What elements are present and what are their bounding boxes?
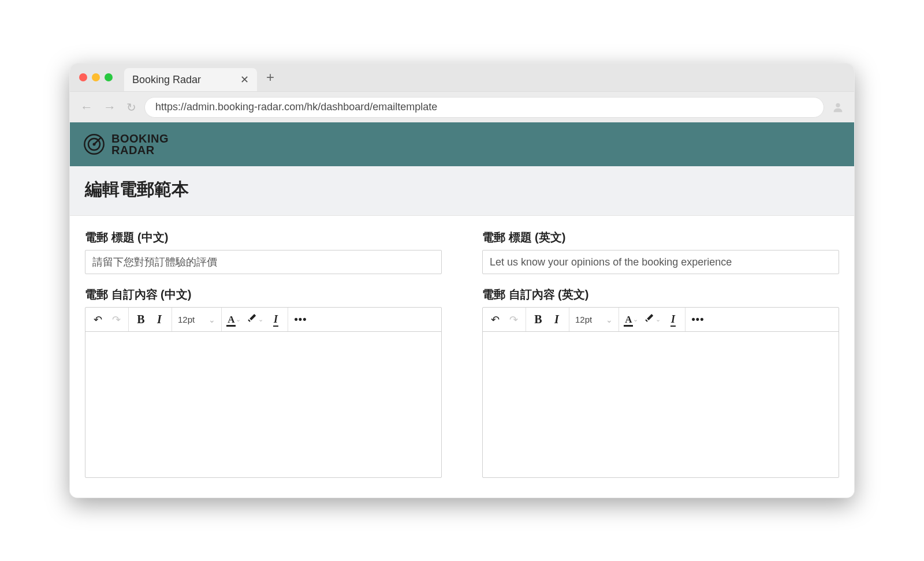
redo-icon[interactable]: ↷ <box>110 312 122 328</box>
chevron-down-icon: ⌄ <box>606 315 613 324</box>
en-content-label: 電郵 自訂內容 (英文) <box>482 287 839 302</box>
back-button[interactable]: ← <box>78 100 95 115</box>
svg-point-0 <box>836 103 840 107</box>
brand-text: BOOKING RADAR <box>111 133 169 156</box>
bold-button[interactable]: B <box>532 312 545 328</box>
new-tab-button[interactable]: + <box>262 69 279 85</box>
tab-strip: Booking Radar ✕ + <box>70 63 854 91</box>
en-editor-toolbar: ↶ ↷ B I 12pt ⌄ A⌄ <box>483 308 839 332</box>
highlight-color-button[interactable]: ⌄ <box>644 312 661 328</box>
italic-button[interactable]: I <box>550 312 563 328</box>
highlighter-icon <box>247 313 257 326</box>
bold-button[interactable]: B <box>135 312 147 328</box>
column-chinese: 電郵 標題 (中文) 電郵 自訂內容 (中文) ↶ ↷ B I 12pt <box>85 230 442 478</box>
window-minimize-button[interactable] <box>92 73 100 81</box>
window-close-button[interactable] <box>79 73 87 81</box>
en-rich-editor: ↶ ↷ B I 12pt ⌄ A⌄ <box>482 307 839 478</box>
content-area: 電郵 標題 (中文) 電郵 自訂內容 (中文) ↶ ↷ B I 12pt <box>70 216 854 498</box>
radar-icon <box>83 133 106 156</box>
chevron-down-icon: ⌄ <box>633 316 638 323</box>
text-color-button[interactable]: A⌄ <box>228 312 241 328</box>
zh-content-label: 電郵 自訂內容 (中文) <box>85 287 442 302</box>
chevron-down-icon: ⌄ <box>655 316 661 323</box>
chevron-down-icon: ⌄ <box>208 315 215 324</box>
more-options-button[interactable]: ••• <box>294 312 307 328</box>
browser-window: Booking Radar ✕ + ← → ↻ https://admin.bo… <box>69 63 855 498</box>
undo-icon[interactable]: ↶ <box>489 312 501 328</box>
text-color-button[interactable]: A⌄ <box>625 312 638 328</box>
clear-format-button[interactable]: I <box>666 312 679 328</box>
url-text: https://admin.booking-radar.com/hk/dashb… <box>155 101 437 113</box>
zh-title-label: 電郵 標題 (中文) <box>85 230 442 245</box>
chevron-down-icon: ⌄ <box>236 316 241 323</box>
en-title-input[interactable] <box>482 250 839 274</box>
chevron-down-icon: ⌄ <box>258 316 263 323</box>
column-english: 電郵 標題 (英文) 電郵 自訂內容 (英文) ↶ ↷ B I 12pt <box>482 230 839 478</box>
profile-icon[interactable] <box>830 99 846 115</box>
page-title: 編輯電郵範本 <box>85 178 839 201</box>
window-maximize-button[interactable] <box>105 73 113 81</box>
app-header: BOOKING RADAR <box>70 122 854 166</box>
tab-title: Booking Radar <box>132 74 201 86</box>
address-bar[interactable]: https://admin.booking-radar.com/hk/dashb… <box>144 97 824 118</box>
forward-button[interactable]: → <box>101 100 118 115</box>
highlight-color-button[interactable]: ⌄ <box>247 312 263 328</box>
page-title-bar: 編輯電郵範本 <box>70 166 854 216</box>
zh-title-input[interactable] <box>85 250 442 274</box>
italic-button[interactable]: I <box>153 312 166 328</box>
zh-editor-body[interactable] <box>85 332 441 477</box>
font-size-select[interactable]: 12pt ⌄ <box>575 315 613 324</box>
zh-rich-editor: ↶ ↷ B I 12pt ⌄ A⌄ <box>85 307 442 478</box>
en-editor-body[interactable] <box>483 332 839 477</box>
window-controls <box>79 73 113 81</box>
font-size-select[interactable]: 12pt ⌄ <box>178 315 215 324</box>
clear-format-button[interactable]: I <box>269 312 282 328</box>
browser-toolbar: ← → ↻ https://admin.booking-radar.com/hk… <box>70 91 854 122</box>
brand-logo[interactable]: BOOKING RADAR <box>83 133 169 156</box>
browser-tab[interactable]: Booking Radar ✕ <box>124 68 257 91</box>
undo-icon[interactable]: ↶ <box>91 312 104 328</box>
highlighter-icon <box>644 313 654 326</box>
en-title-label: 電郵 標題 (英文) <box>482 230 839 245</box>
reload-button[interactable]: ↻ <box>124 100 139 114</box>
tab-close-icon[interactable]: ✕ <box>240 73 249 86</box>
redo-icon[interactable]: ↷ <box>507 312 520 328</box>
more-options-button[interactable]: ••• <box>691 312 704 328</box>
zh-editor-toolbar: ↶ ↷ B I 12pt ⌄ A⌄ <box>85 308 441 332</box>
